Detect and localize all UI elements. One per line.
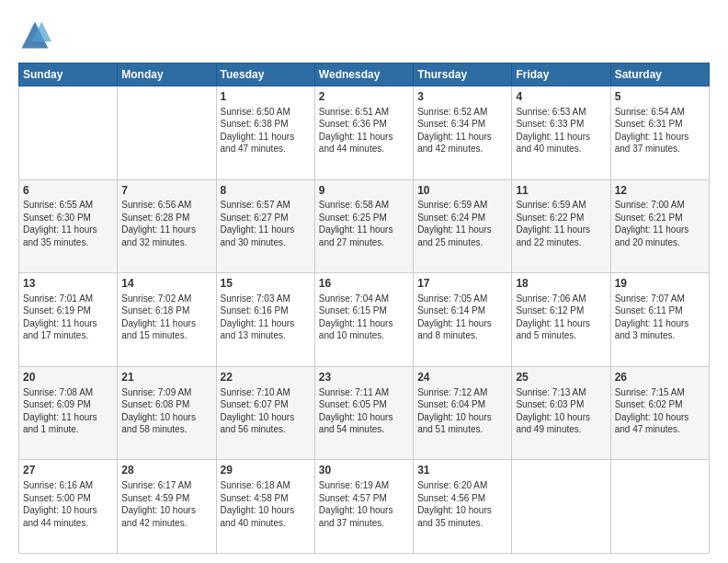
table-cell: 1Sunrise: 6:50 AMSunset: 6:38 PMDaylight… bbox=[216, 86, 314, 180]
day-info: Sunrise: 6:17 AMSunset: 4:59 PMDaylight:… bbox=[121, 479, 211, 529]
day-info: Sunrise: 7:04 AMSunset: 6:15 PMDaylight:… bbox=[319, 293, 409, 342]
day-number: 27 bbox=[23, 463, 113, 478]
table-cell: 7Sunrise: 6:56 AMSunset: 6:28 PMDaylight… bbox=[118, 179, 216, 273]
col-saturday: Saturday bbox=[610, 63, 709, 86]
table-cell: 25Sunrise: 7:13 AMSunset: 6:03 PMDayligh… bbox=[512, 366, 610, 460]
day-number: 30 bbox=[319, 463, 409, 478]
table-cell: 17Sunrise: 7:05 AMSunset: 6:14 PMDayligh… bbox=[414, 273, 512, 367]
logo-icon bbox=[18, 18, 51, 52]
day-number: 25 bbox=[516, 370, 606, 385]
table-cell: 20Sunrise: 7:08 AMSunset: 6:09 PMDayligh… bbox=[19, 366, 118, 460]
day-info: Sunrise: 6:52 AMSunset: 6:34 PMDaylight:… bbox=[417, 106, 507, 155]
day-number: 14 bbox=[121, 276, 211, 292]
table-cell: 4Sunrise: 6:53 AMSunset: 6:33 PMDaylight… bbox=[512, 86, 610, 180]
col-sunday: Sunday bbox=[19, 63, 118, 86]
day-number: 3 bbox=[417, 89, 507, 105]
day-info: Sunrise: 7:01 AMSunset: 6:19 PMDaylight:… bbox=[23, 293, 113, 342]
day-info: Sunrise: 6:18 AMSunset: 4:58 PMDaylight:… bbox=[221, 479, 311, 529]
table-cell: 28Sunrise: 6:17 AMSunset: 4:59 PMDayligh… bbox=[118, 460, 216, 554]
day-info: Sunrise: 6:19 AMSunset: 4:57 PMDaylight:… bbox=[319, 479, 409, 529]
table-cell: 8Sunrise: 6:57 AMSunset: 6:27 PMDaylight… bbox=[216, 179, 314, 273]
page: Sunday Monday Tuesday Wednesday Thursday… bbox=[0, 0, 728, 563]
day-info: Sunrise: 6:50 AMSunset: 6:38 PMDaylight:… bbox=[221, 106, 311, 155]
day-number: 19 bbox=[615, 276, 705, 292]
table-cell: 30Sunrise: 6:19 AMSunset: 4:57 PMDayligh… bbox=[314, 460, 413, 554]
day-number: 15 bbox=[221, 276, 311, 292]
table-cell: 6Sunrise: 6:55 AMSunset: 6:30 PMDaylight… bbox=[19, 179, 118, 273]
table-cell: 5Sunrise: 6:54 AMSunset: 6:31 PMDaylight… bbox=[610, 86, 709, 180]
table-cell: 13Sunrise: 7:01 AMSunset: 6:19 PMDayligh… bbox=[19, 273, 118, 367]
col-monday: Monday bbox=[118, 63, 216, 86]
table-cell bbox=[610, 460, 709, 554]
calendar-week-row: 13Sunrise: 7:01 AMSunset: 6:19 PMDayligh… bbox=[19, 273, 710, 367]
day-number: 21 bbox=[121, 370, 211, 385]
day-number: 4 bbox=[516, 89, 606, 105]
day-number: 11 bbox=[516, 183, 606, 199]
table-cell: 31Sunrise: 6:20 AMSunset: 4:56 PMDayligh… bbox=[414, 460, 512, 554]
day-info: Sunrise: 7:03 AMSunset: 6:16 PMDaylight:… bbox=[221, 293, 311, 342]
day-info: Sunrise: 7:06 AMSunset: 6:12 PMDaylight:… bbox=[516, 293, 606, 342]
table-cell: 18Sunrise: 7:06 AMSunset: 6:12 PMDayligh… bbox=[512, 273, 610, 367]
calendar-week-row: 1Sunrise: 6:50 AMSunset: 6:38 PMDaylight… bbox=[19, 86, 710, 180]
day-number: 28 bbox=[121, 463, 211, 478]
day-info: Sunrise: 7:07 AMSunset: 6:11 PMDaylight:… bbox=[615, 293, 705, 342]
table-cell: 10Sunrise: 6:59 AMSunset: 6:24 PMDayligh… bbox=[414, 179, 512, 273]
day-number: 9 bbox=[319, 183, 409, 199]
day-info: Sunrise: 7:08 AMSunset: 6:09 PMDaylight:… bbox=[23, 386, 113, 436]
day-number: 6 bbox=[23, 183, 113, 199]
header bbox=[18, 18, 710, 52]
table-cell: 29Sunrise: 6:18 AMSunset: 4:58 PMDayligh… bbox=[216, 460, 314, 554]
day-number: 23 bbox=[319, 370, 409, 385]
day-info: Sunrise: 6:59 AMSunset: 6:24 PMDaylight:… bbox=[417, 199, 507, 248]
day-number: 13 bbox=[23, 276, 113, 292]
table-cell: 22Sunrise: 7:10 AMSunset: 6:07 PMDayligh… bbox=[216, 366, 314, 460]
day-info: Sunrise: 6:20 AMSunset: 4:56 PMDaylight:… bbox=[417, 479, 507, 529]
logo bbox=[18, 18, 55, 52]
table-cell: 21Sunrise: 7:09 AMSunset: 6:08 PMDayligh… bbox=[118, 366, 216, 460]
day-info: Sunrise: 7:10 AMSunset: 6:07 PMDaylight:… bbox=[221, 386, 311, 436]
day-number: 20 bbox=[23, 370, 113, 385]
table-cell: 26Sunrise: 7:15 AMSunset: 6:02 PMDayligh… bbox=[610, 366, 709, 460]
table-cell: 14Sunrise: 7:02 AMSunset: 6:18 PMDayligh… bbox=[118, 273, 216, 367]
table-cell: 15Sunrise: 7:03 AMSunset: 6:16 PMDayligh… bbox=[216, 273, 314, 367]
col-thursday: Thursday bbox=[414, 63, 512, 86]
day-info: Sunrise: 6:51 AMSunset: 6:36 PMDaylight:… bbox=[319, 106, 409, 155]
day-info: Sunrise: 7:09 AMSunset: 6:08 PMDaylight:… bbox=[121, 386, 211, 436]
day-info: Sunrise: 7:15 AMSunset: 6:02 PMDaylight:… bbox=[615, 386, 705, 436]
calendar-table: Sunday Monday Tuesday Wednesday Thursday… bbox=[18, 63, 710, 554]
day-number: 7 bbox=[121, 183, 211, 199]
table-cell: 3Sunrise: 6:52 AMSunset: 6:34 PMDaylight… bbox=[414, 86, 512, 180]
day-info: Sunrise: 7:00 AMSunset: 6:21 PMDaylight:… bbox=[615, 199, 705, 248]
table-cell: 2Sunrise: 6:51 AMSunset: 6:36 PMDaylight… bbox=[314, 86, 413, 180]
day-info: Sunrise: 6:58 AMSunset: 6:25 PMDaylight:… bbox=[319, 199, 409, 248]
day-number: 8 bbox=[221, 183, 311, 199]
day-number: 29 bbox=[221, 463, 311, 478]
day-number: 10 bbox=[417, 183, 507, 199]
table-cell bbox=[118, 86, 216, 180]
day-number: 31 bbox=[417, 463, 507, 478]
day-number: 2 bbox=[319, 89, 409, 105]
day-number: 18 bbox=[516, 276, 606, 292]
day-info: Sunrise: 7:13 AMSunset: 6:03 PMDaylight:… bbox=[516, 386, 606, 436]
day-number: 16 bbox=[319, 276, 409, 292]
day-info: Sunrise: 7:05 AMSunset: 6:14 PMDaylight:… bbox=[417, 293, 507, 342]
day-info: Sunrise: 7:12 AMSunset: 6:04 PMDaylight:… bbox=[417, 386, 507, 436]
calendar-week-row: 27Sunrise: 6:16 AMSunset: 5:00 PMDayligh… bbox=[19, 460, 710, 554]
col-friday: Friday bbox=[512, 63, 610, 86]
table-cell: 12Sunrise: 7:00 AMSunset: 6:21 PMDayligh… bbox=[610, 179, 709, 273]
calendar-week-row: 20Sunrise: 7:08 AMSunset: 6:09 PMDayligh… bbox=[19, 366, 710, 460]
table-cell: 11Sunrise: 6:59 AMSunset: 6:22 PMDayligh… bbox=[512, 179, 610, 273]
col-wednesday: Wednesday bbox=[314, 63, 413, 86]
day-info: Sunrise: 6:57 AMSunset: 6:27 PMDaylight:… bbox=[221, 199, 311, 248]
day-info: Sunrise: 7:02 AMSunset: 6:18 PMDaylight:… bbox=[121, 293, 211, 342]
table-cell: 27Sunrise: 6:16 AMSunset: 5:00 PMDayligh… bbox=[19, 460, 118, 554]
day-info: Sunrise: 6:59 AMSunset: 6:22 PMDaylight:… bbox=[516, 199, 606, 248]
day-number: 5 bbox=[615, 89, 705, 105]
col-tuesday: Tuesday bbox=[216, 63, 314, 86]
table-cell: 9Sunrise: 6:58 AMSunset: 6:25 PMDaylight… bbox=[314, 179, 413, 273]
table-cell: 23Sunrise: 7:11 AMSunset: 6:05 PMDayligh… bbox=[314, 366, 413, 460]
table-cell: 19Sunrise: 7:07 AMSunset: 6:11 PMDayligh… bbox=[610, 273, 709, 367]
day-number: 17 bbox=[417, 276, 507, 292]
calendar-header-row: Sunday Monday Tuesday Wednesday Thursday… bbox=[19, 63, 710, 86]
table-cell: 16Sunrise: 7:04 AMSunset: 6:15 PMDayligh… bbox=[314, 273, 413, 367]
